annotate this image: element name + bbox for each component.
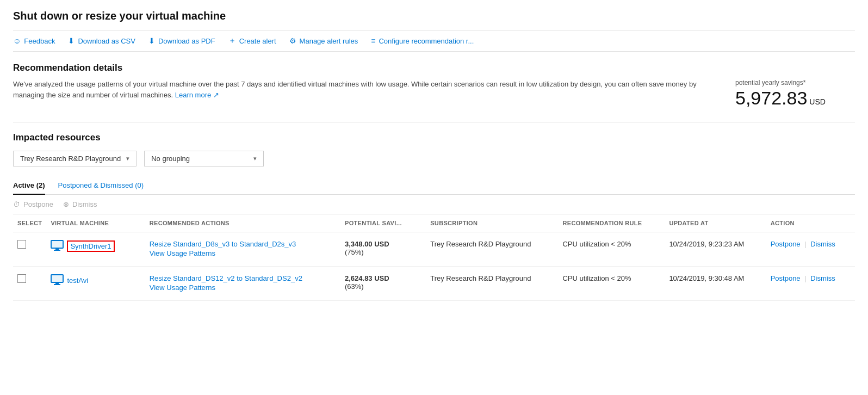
grouping-dropdown[interactable]: No grouping ▾ xyxy=(144,151,264,166)
download-csv-button[interactable]: ⬇ Download as CSV xyxy=(68,36,135,45)
row-actions: Postpone | Dismiss xyxy=(766,267,855,301)
create-alert-label: Create alert xyxy=(239,37,276,45)
col-header-action: ACTION xyxy=(766,214,855,232)
configure-icon: ≡ xyxy=(371,36,375,45)
table-row: SynthDriver1Resize Standard_D8s_v3 to St… xyxy=(13,232,855,267)
subscription-value: Trey Research R&D Playground xyxy=(426,267,558,301)
postpone-action-button: ⏱ Postpone xyxy=(13,200,53,208)
impacted-resources-section: Impacted resources Trey Research R&D Pla… xyxy=(13,132,855,301)
chevron-down-icon: ▾ xyxy=(126,155,129,162)
feedback-button[interactable]: ☺ Feedback xyxy=(13,36,55,45)
row-checkbox[interactable] xyxy=(17,274,26,283)
recommendation-rule: CPU utilization < 20% xyxy=(558,232,665,267)
configure-recommendation-button[interactable]: ≡ Configure recommendation r... xyxy=(371,36,474,45)
col-header-updated: UPDATED AT xyxy=(665,214,766,232)
vm-name[interactable]: testAvi xyxy=(67,276,88,285)
postpone-icon: ⏱ xyxy=(13,200,20,208)
download-pdf-label: Download as PDF xyxy=(158,37,215,45)
impacted-resources-title: Impacted resources xyxy=(13,132,855,143)
svg-rect-0 xyxy=(51,240,63,248)
table-header-row: SELECT VIRTUAL MACHINE RECOMMENDED ACTIO… xyxy=(13,214,855,232)
tab-active[interactable]: Active (2) xyxy=(13,177,45,195)
recommendation-details-title: Recommendation details xyxy=(13,63,855,73)
configure-recommendation-label: Configure recommendation r... xyxy=(379,37,474,45)
divider xyxy=(13,122,855,122)
tab-postponed-dismissed[interactable]: Postponed & Dismissed (0) xyxy=(58,177,144,195)
toolbar: ☺ Feedback ⬇ Download as CSV ⬇ Download … xyxy=(13,30,855,52)
subscription-dropdown-value: Trey Research R&D Playground xyxy=(20,155,121,163)
col-header-recommended: RECOMMENDED ACTIONS xyxy=(145,214,340,232)
col-header-vm: VIRTUAL MACHINE xyxy=(46,214,145,232)
svg-rect-5 xyxy=(54,284,60,285)
savings-box: potential yearly savings* 5,972.83 USD xyxy=(735,79,855,109)
savings-value: 2,624.83 USD xyxy=(345,274,389,282)
dismiss-label: Dismiss xyxy=(72,200,97,208)
view-usage-link[interactable]: View Usage Patterns xyxy=(150,283,336,292)
updated-at: 10/24/2019, 9:23:23 AM xyxy=(665,232,766,267)
vm-monitor-icon xyxy=(51,240,64,252)
filters-row: Trey Research R&D Playground ▾ No groupi… xyxy=(13,151,855,166)
col-header-savings: POTENTIAL SAVI... xyxy=(340,214,426,232)
vm-name[interactable]: SynthDriver1 xyxy=(67,240,114,252)
resize-action-link[interactable]: Resize Standard_D8s_v3 to Standard_D2s_v… xyxy=(150,240,336,248)
description-row: We've analyzed the usage patterns of you… xyxy=(13,79,855,109)
resize-action-link[interactable]: Resize Standard_DS12_v2 to Standard_DS2_… xyxy=(150,274,336,282)
col-header-select: SELECT xyxy=(13,214,46,232)
download-csv-icon: ⬇ xyxy=(68,36,75,45)
chevron-down-icon: ▾ xyxy=(253,155,257,162)
row-actions: Postpone | Dismiss xyxy=(766,232,855,267)
col-header-subscription: SUBSCRIPTION xyxy=(426,214,558,232)
svg-rect-1 xyxy=(55,248,59,250)
tabs-row: Active (2) Postponed & Dismissed (0) xyxy=(13,176,855,195)
view-usage-link[interactable]: View Usage Patterns xyxy=(150,249,336,257)
svg-rect-2 xyxy=(54,250,60,251)
page-title: Shut down or resize your virtual machine xyxy=(13,10,855,22)
recommendation-rule: CPU utilization < 20% xyxy=(558,267,665,301)
col-header-rule: RECOMMENDATION RULE xyxy=(558,214,665,232)
table-row: testAviResize Standard_DS12_v2 to Standa… xyxy=(13,267,855,301)
savings-label: potential yearly savings* xyxy=(735,79,855,87)
download-csv-label: Download as CSV xyxy=(78,37,135,45)
download-pdf-button[interactable]: ⬇ Download as PDF xyxy=(148,36,215,45)
row-checkbox[interactable] xyxy=(17,240,26,249)
dismiss-icon: ⊗ xyxy=(63,200,69,208)
savings-amount: 5,972.83 xyxy=(735,88,807,109)
savings-currency: USD xyxy=(809,97,826,106)
updated-at: 10/24/2019, 9:30:48 AM xyxy=(665,267,766,301)
savings-value: 3,348.00 USD xyxy=(345,240,389,248)
manage-alert-rules-button[interactable]: ⚙ Manage alert rules xyxy=(289,36,358,45)
potential-savings: 2,624.83 USD(63%) xyxy=(340,267,426,301)
resources-table: SELECT VIRTUAL MACHINE RECOMMENDED ACTIO… xyxy=(13,214,855,301)
action-bar: ⏱ Postpone ⊗ Dismiss xyxy=(13,195,855,214)
download-pdf-icon: ⬇ xyxy=(148,36,155,45)
create-alert-button[interactable]: ＋ Create alert xyxy=(228,36,276,46)
svg-rect-3 xyxy=(51,275,63,282)
recommendation-details-section: Recommendation details We've analyzed th… xyxy=(13,63,855,109)
savings-pct: (75%) xyxy=(345,248,364,256)
dismiss-row-button[interactable]: Dismiss xyxy=(810,240,835,248)
feedback-label: Feedback xyxy=(24,37,55,45)
manage-alert-rules-label: Manage alert rules xyxy=(300,37,358,45)
recommendation-description: We've analyzed the usage patterns of you… xyxy=(13,79,703,100)
action-separator: | xyxy=(803,274,809,282)
savings-pct: (63%) xyxy=(345,282,364,291)
grouping-dropdown-value: No grouping xyxy=(151,155,190,163)
vm-monitor-icon xyxy=(51,274,64,287)
create-alert-icon: ＋ xyxy=(228,36,236,46)
dismiss-action-button: ⊗ Dismiss xyxy=(63,200,97,208)
svg-rect-4 xyxy=(55,282,59,284)
feedback-icon: ☺ xyxy=(13,36,21,45)
potential-savings: 3,348.00 USD(75%) xyxy=(340,232,426,267)
postpone-label: Postpone xyxy=(23,200,53,208)
postpone-row-button[interactable]: Postpone xyxy=(771,240,801,248)
dismiss-row-button[interactable]: Dismiss xyxy=(810,274,835,282)
postpone-row-button[interactable]: Postpone xyxy=(771,274,801,282)
subscription-value: Trey Research R&D Playground xyxy=(426,232,558,267)
learn-more-link[interactable]: Learn more ↗ xyxy=(175,91,219,99)
action-separator: | xyxy=(803,240,809,248)
subscription-dropdown[interactable]: Trey Research R&D Playground ▾ xyxy=(13,151,137,166)
gear-icon: ⚙ xyxy=(289,36,296,45)
